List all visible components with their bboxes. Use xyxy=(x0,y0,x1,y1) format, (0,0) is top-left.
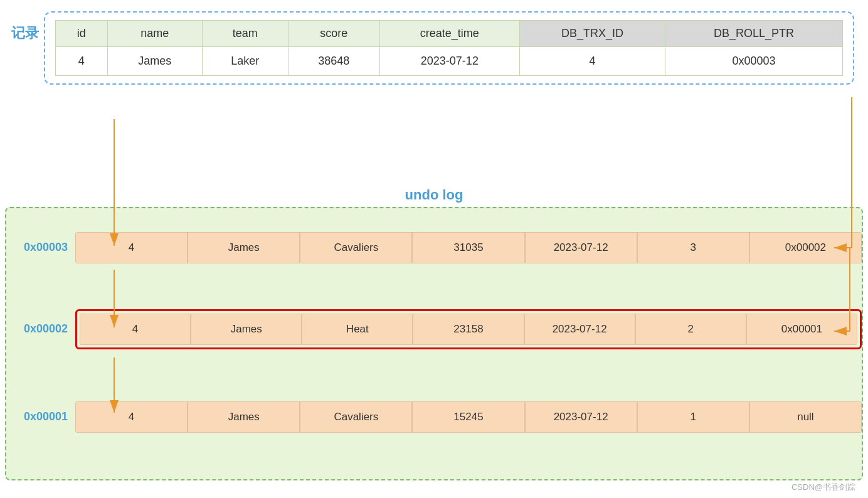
undo-row-3: 0x00001 4 James Cavaliers 15245 2023-07-… xyxy=(6,396,862,437)
undo-cell: 2023-07-12 xyxy=(525,232,637,263)
addr-2: 0x00002 xyxy=(6,322,75,336)
main-container: 记录 id name team score create_time DB_TRX… xyxy=(0,0,868,498)
undo-cell: null xyxy=(749,401,862,433)
undo-cell: Cavaliers xyxy=(300,232,412,263)
undo-cell: Cavaliers xyxy=(300,401,412,433)
undo-cell: 0x00002 xyxy=(749,232,862,263)
col-score: score xyxy=(288,21,379,47)
undo-row-2: 0x00002 4 James Heat 23158 2023-07-12 2 … xyxy=(6,309,862,349)
undo-cell: 4 xyxy=(80,314,191,345)
col-db-roll-ptr: DB_ROLL_PTR xyxy=(665,21,842,47)
undo-cell: James xyxy=(191,314,302,345)
undo-cell: 4 xyxy=(75,401,188,433)
undo-cell: 31035 xyxy=(412,232,524,263)
addr-3: 0x00001 xyxy=(6,410,75,423)
row-data-1: 4 James Cavaliers 31035 2023-07-12 3 0x0… xyxy=(75,232,862,263)
cell-db-roll-ptr: 0x00003 xyxy=(665,47,842,76)
undo-cell: 4 xyxy=(75,232,188,263)
row-highlight-2: 4 James Heat 23158 2023-07-12 2 0x00001 xyxy=(75,309,862,349)
row-data-2: 4 James Heat 23158 2023-07-12 2 0x00001 xyxy=(80,314,857,345)
col-name: name xyxy=(107,21,202,47)
record-label: 记录 xyxy=(11,24,39,43)
record-table: id name team score create_time DB_TRX_ID… xyxy=(55,20,843,76)
record-box: id name team score create_time DB_TRX_ID… xyxy=(44,11,854,85)
undo-cell: 0x00001 xyxy=(746,314,857,345)
undo-cell: 2023-07-12 xyxy=(525,401,637,433)
undo-cell: 1 xyxy=(637,401,749,433)
undo-cell: 2023-07-12 xyxy=(524,314,635,345)
cell-name: James xyxy=(107,47,202,76)
row-data-3: 4 James Cavaliers 15245 2023-07-12 1 nul… xyxy=(75,401,862,433)
undo-cell: Heat xyxy=(302,314,413,345)
undo-row-1: 0x00003 4 James Cavaliers 31035 2023-07-… xyxy=(6,227,862,268)
undo-cell: 3 xyxy=(637,232,749,263)
undo-log-title: undo log xyxy=(0,187,868,203)
cell-id: 4 xyxy=(56,47,108,76)
undo-cell: 2 xyxy=(635,314,746,345)
col-id: id xyxy=(56,21,108,47)
undo-cell: James xyxy=(188,232,300,263)
col-team: team xyxy=(202,21,288,47)
addr-1: 0x00003 xyxy=(6,241,75,254)
undo-cell: James xyxy=(188,401,300,433)
undo-log-box: 0x00003 4 James Cavaliers 31035 2023-07-… xyxy=(5,207,863,480)
undo-cell: 15245 xyxy=(412,401,524,433)
watermark: CSDN@书香剑踪 xyxy=(791,482,855,493)
cell-db-trx-id: 4 xyxy=(519,47,665,76)
cell-score: 38648 xyxy=(288,47,379,76)
cell-team: Laker xyxy=(202,47,288,76)
cell-create-time: 2023-07-12 xyxy=(379,47,519,76)
col-create-time: create_time xyxy=(379,21,519,47)
col-db-trx-id: DB_TRX_ID xyxy=(519,21,665,47)
undo-cell: 23158 xyxy=(413,314,524,345)
